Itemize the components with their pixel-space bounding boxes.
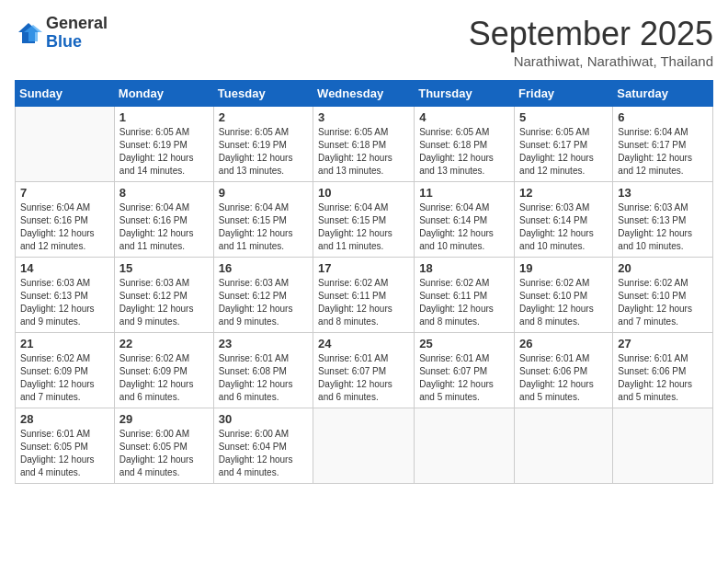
day-info: Sunrise: 6:04 AM Sunset: 6:16 PM Dayligh… [20,201,109,253]
day-info: Sunrise: 6:04 AM Sunset: 6:15 PM Dayligh… [318,201,409,253]
calendar-cell: 15Sunrise: 6:03 AM Sunset: 6:12 PM Dayli… [114,258,213,333]
day-info: Sunrise: 6:02 AM Sunset: 6:11 PM Dayligh… [318,277,409,328]
calendar-cell: 16Sunrise: 6:03 AM Sunset: 6:12 PM Dayli… [213,258,313,333]
calendar-cell: 12Sunrise: 6:03 AM Sunset: 6:14 PM Dayli… [515,182,613,258]
logo-icon [15,19,42,47]
day-number: 29 [119,412,209,426]
page-header: General Blue September 2025 Narathiwat, … [15,15,713,69]
calendar-cell: 3Sunrise: 6:05 AM Sunset: 6:18 PM Daylig… [313,107,415,182]
day-number: 19 [519,261,608,275]
day-number: 3 [318,110,409,124]
logo: General Blue [15,15,108,52]
calendar-week-5: 28Sunrise: 6:01 AM Sunset: 6:05 PM Dayli… [16,408,713,484]
logo-text: General Blue [46,15,108,52]
calendar-cell [613,408,713,484]
day-info: Sunrise: 6:03 AM Sunset: 6:12 PM Dayligh… [219,277,308,328]
day-number: 25 [419,337,509,350]
day-header-saturday: Saturday [613,81,713,107]
day-number: 2 [219,110,308,124]
calendar-cell: 22Sunrise: 6:02 AM Sunset: 6:09 PM Dayli… [114,333,213,408]
day-header-friday: Friday [515,81,613,107]
calendar-cell: 6Sunrise: 6:04 AM Sunset: 6:17 PM Daylig… [613,107,713,182]
day-number: 4 [419,110,509,124]
calendar-table: SundayMondayTuesdayWednesdayThursdayFrid… [15,80,713,484]
day-info: Sunrise: 6:01 AM Sunset: 6:06 PM Dayligh… [618,352,708,404]
day-info: Sunrise: 6:01 AM Sunset: 6:07 PM Dayligh… [419,352,509,404]
day-info: Sunrise: 6:03 AM Sunset: 6:14 PM Dayligh… [519,201,608,253]
day-number: 13 [618,186,708,200]
calendar-cell: 27Sunrise: 6:01 AM Sunset: 6:06 PM Dayli… [613,333,713,408]
day-info: Sunrise: 6:05 AM Sunset: 6:17 PM Dayligh… [519,126,608,178]
calendar-header-row: SundayMondayTuesdayWednesdayThursdayFrid… [16,81,713,107]
day-number: 8 [119,186,209,200]
calendar-cell: 30Sunrise: 6:00 AM Sunset: 6:04 PM Dayli… [213,408,313,484]
calendar-cell [415,408,515,484]
day-info: Sunrise: 6:02 AM Sunset: 6:10 PM Dayligh… [618,277,708,328]
day-number: 24 [318,337,409,350]
calendar-cell: 11Sunrise: 6:04 AM Sunset: 6:14 PM Dayli… [415,182,515,258]
day-info: Sunrise: 6:05 AM Sunset: 6:19 PM Dayligh… [119,126,209,178]
day-header-wednesday: Wednesday [313,81,415,107]
day-info: Sunrise: 6:04 AM Sunset: 6:17 PM Dayligh… [618,126,708,178]
day-number: 9 [219,186,308,200]
day-number: 7 [20,186,109,200]
day-info: Sunrise: 6:02 AM Sunset: 6:11 PM Dayligh… [419,277,509,328]
calendar-cell: 10Sunrise: 6:04 AM Sunset: 6:15 PM Dayli… [313,182,415,258]
day-info: Sunrise: 6:04 AM Sunset: 6:14 PM Dayligh… [419,201,509,253]
calendar-cell: 8Sunrise: 6:04 AM Sunset: 6:16 PM Daylig… [114,182,213,258]
day-info: Sunrise: 6:00 AM Sunset: 6:04 PM Dayligh… [219,428,308,479]
day-info: Sunrise: 6:00 AM Sunset: 6:05 PM Dayligh… [119,428,209,479]
calendar-cell: 1Sunrise: 6:05 AM Sunset: 6:19 PM Daylig… [114,107,213,182]
calendar-cell: 18Sunrise: 6:02 AM Sunset: 6:11 PM Dayli… [415,258,515,333]
day-info: Sunrise: 6:01 AM Sunset: 6:06 PM Dayligh… [519,352,608,404]
calendar-cell: 25Sunrise: 6:01 AM Sunset: 6:07 PM Dayli… [415,333,515,408]
day-number: 16 [219,261,308,275]
calendar-week-4: 21Sunrise: 6:02 AM Sunset: 6:09 PM Dayli… [16,333,713,408]
calendar-cell: 23Sunrise: 6:01 AM Sunset: 6:08 PM Dayli… [213,333,313,408]
day-header-monday: Monday [114,81,213,107]
day-number: 18 [419,261,509,275]
day-number: 15 [119,261,209,275]
day-info: Sunrise: 6:05 AM Sunset: 6:18 PM Dayligh… [419,126,509,178]
day-info: Sunrise: 6:03 AM Sunset: 6:13 PM Dayligh… [618,201,708,253]
calendar-cell: 5Sunrise: 6:05 AM Sunset: 6:17 PM Daylig… [515,107,613,182]
day-info: Sunrise: 6:01 AM Sunset: 6:07 PM Dayligh… [318,352,409,404]
title-section: September 2025 Narathiwat, Narathiwat, T… [469,15,713,69]
month-title: September 2025 [469,15,713,53]
day-number: 6 [618,110,708,124]
day-info: Sunrise: 6:01 AM Sunset: 6:05 PM Dayligh… [20,428,109,479]
calendar-cell: 26Sunrise: 6:01 AM Sunset: 6:06 PM Dayli… [515,333,613,408]
day-number: 21 [20,337,109,350]
day-number: 12 [519,186,608,200]
day-number: 20 [618,261,708,275]
calendar-cell: 9Sunrise: 6:04 AM Sunset: 6:15 PM Daylig… [213,182,313,258]
day-number: 5 [519,110,608,124]
day-info: Sunrise: 6:05 AM Sunset: 6:19 PM Dayligh… [219,126,308,178]
day-number: 14 [20,261,109,275]
day-header-tuesday: Tuesday [213,81,313,107]
calendar-cell: 7Sunrise: 6:04 AM Sunset: 6:16 PM Daylig… [16,182,115,258]
calendar-cell: 24Sunrise: 6:01 AM Sunset: 6:07 PM Dayli… [313,333,415,408]
calendar-cell: 13Sunrise: 6:03 AM Sunset: 6:13 PM Dayli… [613,182,713,258]
day-number: 17 [318,261,409,275]
day-info: Sunrise: 6:03 AM Sunset: 6:12 PM Dayligh… [119,277,209,328]
day-info: Sunrise: 6:01 AM Sunset: 6:08 PM Dayligh… [219,352,308,404]
day-number: 1 [119,110,209,124]
day-info: Sunrise: 6:02 AM Sunset: 6:09 PM Dayligh… [20,352,109,404]
day-number: 23 [219,337,308,350]
calendar-cell: 19Sunrise: 6:02 AM Sunset: 6:10 PM Dayli… [515,258,613,333]
logo-general-text: General [46,14,108,32]
calendar-cell: 21Sunrise: 6:02 AM Sunset: 6:09 PM Dayli… [16,333,115,408]
calendar-cell: 20Sunrise: 6:02 AM Sunset: 6:10 PM Dayli… [613,258,713,333]
calendar-cell: 14Sunrise: 6:03 AM Sunset: 6:13 PM Dayli… [16,258,115,333]
day-header-thursday: Thursday [415,81,515,107]
location-subtitle: Narathiwat, Narathiwat, Thailand [469,53,713,69]
day-info: Sunrise: 6:02 AM Sunset: 6:09 PM Dayligh… [119,352,209,404]
calendar-cell [515,408,613,484]
calendar-cell: 28Sunrise: 6:01 AM Sunset: 6:05 PM Dayli… [16,408,115,484]
day-info: Sunrise: 6:03 AM Sunset: 6:13 PM Dayligh… [20,277,109,328]
day-number: 30 [219,412,308,426]
day-number: 28 [20,412,109,426]
day-info: Sunrise: 6:04 AM Sunset: 6:15 PM Dayligh… [219,201,308,253]
calendar-cell: 4Sunrise: 6:05 AM Sunset: 6:18 PM Daylig… [415,107,515,182]
